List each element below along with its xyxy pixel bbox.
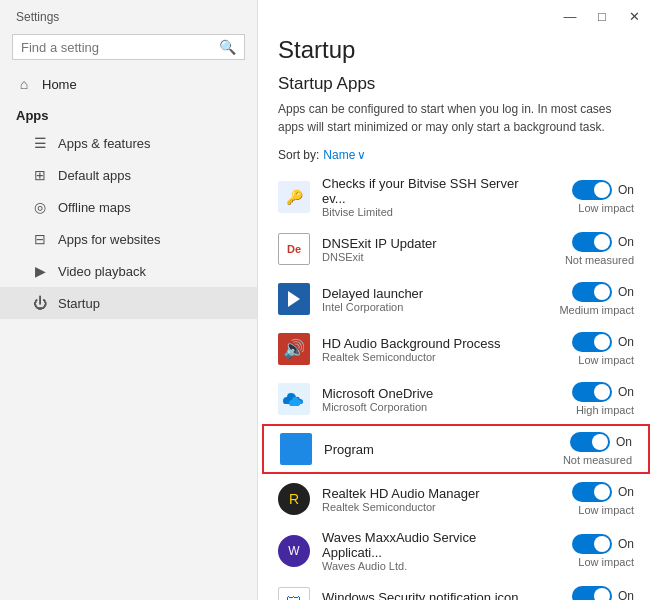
app-toggle-area-hd-audio: On Low impact: [544, 332, 634, 366]
app-name-dnsexit: DNSExit IP Updater: [322, 236, 532, 251]
toggle-delayed-launcher[interactable]: [572, 282, 612, 302]
apps-list: 🔑 Checks if your Bitvise SSH Server ev..…: [258, 170, 654, 600]
app-name-delayed-launcher: Delayed launcher: [322, 286, 532, 301]
app-icon-dnsexit: De: [278, 233, 310, 265]
toggle-label-dnsexit: On: [618, 235, 634, 249]
app-publisher-hd-audio: Realtek Semiconductor: [322, 351, 532, 363]
nav-section-apps: Apps: [0, 100, 257, 127]
app-info-hd-audio: HD Audio Background Process Realtek Semi…: [322, 336, 532, 363]
sidebar-item-default-apps[interactable]: ⊞ Default apps: [0, 159, 257, 191]
title-bar: — □ ✕: [258, 0, 654, 32]
sort-bar: Sort by: Name ∨: [258, 146, 654, 170]
toggle-label-hd-audio: On: [618, 335, 634, 349]
toggle-label-program: On: [616, 435, 632, 449]
app-item-delayed-launcher: Delayed launcher Intel Corporation On Me…: [258, 274, 654, 324]
description-text: Apps can be configured to start when you…: [258, 100, 654, 146]
maximize-button[interactable]: □: [590, 4, 614, 28]
app-toggle-area-dnsexit: On Not measured: [544, 232, 634, 266]
app-icon-hd-audio: 🔊: [278, 333, 310, 365]
offline-maps-icon: ◎: [32, 199, 48, 215]
app-name-realtek-hd: Realtek HD Audio Manager: [322, 486, 532, 501]
app-info-program: Program: [324, 442, 530, 457]
app-icon-windows-security: 🛡: [278, 587, 310, 600]
settings-title: Settings: [0, 0, 257, 30]
app-info-realtek-hd: Realtek HD Audio Manager Realtek Semicon…: [322, 486, 532, 513]
sort-chevron-icon: ∨: [357, 148, 366, 162]
app-item-realtek-hd: R Realtek HD Audio Manager Realtek Semic…: [258, 474, 654, 524]
app-toggle-area-delayed-launcher: On Medium impact: [544, 282, 634, 316]
toggle-waves[interactable]: [572, 534, 612, 554]
page-title: Startup: [258, 32, 654, 72]
toggle-label-onedrive: On: [618, 385, 634, 399]
app-name-hd-audio: HD Audio Background Process: [322, 336, 532, 351]
default-apps-icon: ⊞: [32, 167, 48, 183]
app-toggle-area-program: On Not measured: [542, 432, 632, 466]
toggle-program[interactable]: [570, 432, 610, 452]
impact-label-waves: Low impact: [578, 556, 634, 568]
app-toggle-area-onedrive: On High impact: [544, 382, 634, 416]
app-icon-delayed-launcher: [278, 283, 310, 315]
apps-features-icon: ☰: [32, 135, 48, 151]
toggle-label-realtek-hd: On: [618, 485, 634, 499]
sort-value: Name: [323, 148, 355, 162]
minimize-button[interactable]: —: [558, 4, 582, 28]
app-icon-waves: W: [278, 535, 310, 567]
main-content: — □ ✕ Startup Startup Apps Apps can be c…: [258, 0, 654, 600]
app-toggle-area-waves: On Low impact: [544, 534, 634, 568]
sidebar-item-startup[interactable]: ⏻ Startup: [0, 287, 257, 319]
app-item-windows-security: 🛡 Windows Security notification icon Mic…: [258, 578, 654, 600]
impact-label-realtek-hd: Low impact: [578, 504, 634, 516]
app-publisher-onedrive: Microsoft Corporation: [322, 401, 532, 413]
impact-label-dnsexit: Not measured: [565, 254, 634, 266]
nav-home[interactable]: ⌂ Home: [0, 68, 257, 100]
toggle-hd-audio[interactable]: [572, 332, 612, 352]
app-publisher-dnsexit: DNSExit: [322, 251, 532, 263]
app-info-windows-security: Windows Security notification icon Micro…: [322, 590, 532, 601]
app-publisher-realtek-hd: Realtek Semiconductor: [322, 501, 532, 513]
sidebar-item-offline-maps[interactable]: ◎ Offline maps: [0, 191, 257, 223]
search-icon: 🔍: [219, 39, 236, 55]
app-item-waves: W Waves MaxxAudio Service Applicati... W…: [258, 524, 654, 578]
impact-label-hd-audio: Low impact: [578, 354, 634, 366]
sidebar-item-label: Video playback: [58, 264, 146, 279]
app-info-dnsexit: DNSExit IP Updater DNSExit: [322, 236, 532, 263]
toggle-onedrive[interactable]: [572, 382, 612, 402]
toggle-label-windows-security: On: [618, 589, 634, 600]
search-input[interactable]: [21, 40, 219, 55]
app-item-hd-audio: 🔊 HD Audio Background Process Realtek Se…: [258, 324, 654, 374]
sidebar-item-label: Default apps: [58, 168, 131, 183]
toggle-bitvise[interactable]: [572, 180, 612, 200]
sidebar-item-apps-features[interactable]: ☰ Apps & features: [0, 127, 257, 159]
toggle-dnsexit[interactable]: [572, 232, 612, 252]
app-publisher-waves: Waves Audio Ltd.: [322, 560, 532, 572]
app-name-bitvise: Checks if your Bitvise SSH Server ev...: [322, 176, 532, 206]
svg-marker-0: [288, 291, 300, 307]
app-name-onedrive: Microsoft OneDrive: [322, 386, 532, 401]
sidebar-item-apps-websites[interactable]: ⊟ Apps for websites: [0, 223, 257, 255]
toggle-label-waves: On: [618, 537, 634, 551]
app-toggle-area-bitvise: On Low impact: [544, 180, 634, 214]
startup-icon: ⏻: [32, 295, 48, 311]
app-icon-realtek-hd: R: [278, 483, 310, 515]
sidebar: Settings 🔍 ⌂ Home Apps ☰ Apps & features…: [0, 0, 258, 600]
sidebar-item-video-playback[interactable]: ▶ Video playback: [0, 255, 257, 287]
app-item-onedrive: Microsoft OneDrive Microsoft Corporation…: [258, 374, 654, 424]
toggle-windows-security[interactable]: [572, 586, 612, 600]
app-info-onedrive: Microsoft OneDrive Microsoft Corporation: [322, 386, 532, 413]
app-item-dnsexit: De DNSExit IP Updater DNSExit On Not mea…: [258, 224, 654, 274]
impact-label-program: Not measured: [563, 454, 632, 466]
app-icon-program: [280, 433, 312, 465]
nav-home-label: Home: [42, 77, 77, 92]
sort-dropdown[interactable]: Name ∨: [323, 148, 366, 162]
impact-label-delayed-launcher: Medium impact: [559, 304, 634, 316]
app-info-waves: Waves MaxxAudio Service Applicati... Wav…: [322, 530, 532, 572]
app-publisher-bitvise: Bitvise Limited: [322, 206, 532, 218]
app-name-program: Program: [324, 442, 530, 457]
search-box[interactable]: 🔍: [12, 34, 245, 60]
app-toggle-area-realtek-hd: On Low impact: [544, 482, 634, 516]
toggle-label-bitvise: On: [618, 183, 634, 197]
impact-label-onedrive: High impact: [576, 404, 634, 416]
toggle-realtek-hd[interactable]: [572, 482, 612, 502]
close-button[interactable]: ✕: [622, 4, 646, 28]
app-name-windows-security: Windows Security notification icon: [322, 590, 532, 601]
